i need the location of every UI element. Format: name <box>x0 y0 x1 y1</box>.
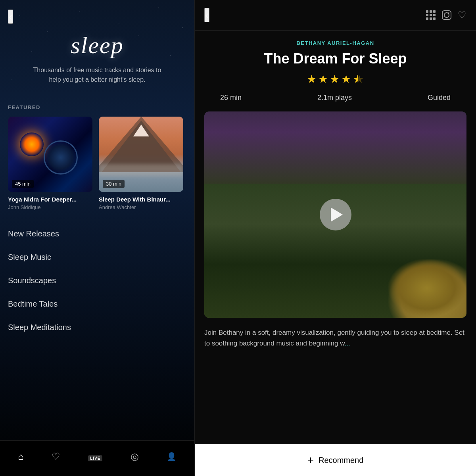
play-button[interactable] <box>320 199 351 230</box>
right-content: BETHANY AURIEL-HAGAN The Dream For Sleep… <box>195 31 476 444</box>
right-panel: ‹ ♡ BETHANY AU <box>194 0 476 476</box>
featured-cards: 45 min Yoga Nidra For Deeper... John Sid… <box>8 117 186 210</box>
profile-icon: 👤 <box>167 452 177 461</box>
left-tab-bar: ⌂ ♡ LIVE ◎ 👤 <box>0 440 194 476</box>
tab-favorites[interactable]: ♡ <box>45 448 67 465</box>
tab-profile[interactable]: 👤 <box>160 449 183 464</box>
track-thumbnail[interactable] <box>204 111 466 318</box>
grid-dot <box>430 17 432 20</box>
live-icon: LIVE <box>88 451 102 462</box>
nav-item-bedtime-tales[interactable]: Bedtime Tales <box>8 292 186 316</box>
card-1-image: 45 min <box>8 117 92 192</box>
featured-card-1[interactable]: 45 min Yoga Nidra For Deeper... John Sid… <box>8 117 92 210</box>
meta-plays-value: 2.1m plays <box>317 94 352 102</box>
meta-duration-value: 26 min <box>220 94 242 102</box>
nav-item-soundscapes[interactable]: Soundscapes <box>8 269 186 292</box>
grid-dot <box>426 10 428 13</box>
nav-item-new-releases[interactable]: New Releases <box>8 222 186 246</box>
left-back-button[interactable]: ‹ <box>8 10 13 24</box>
recommend-plus-icon: + <box>307 454 314 466</box>
description-text: Join Bethany in a soft, dreamy visualiza… <box>204 329 464 347</box>
instagram-icon[interactable] <box>442 10 451 20</box>
mountain-snow <box>133 125 149 136</box>
featured-card-2[interactable]: 30 min Sleep Deep With Binaur... Andrea … <box>99 117 183 210</box>
grid-dot <box>426 14 428 16</box>
grid-dot <box>430 10 432 13</box>
track-meta: 26 min 2.1m plays Guided <box>204 94 466 102</box>
featured-section: FEATURED 45 min Yoga Nidra For Deeper...… <box>0 92 194 210</box>
grid-dot <box>426 17 428 20</box>
right-back-button[interactable]: ‹ <box>204 8 209 22</box>
meta-type-value: Guided <box>428 94 451 102</box>
star-4: ★ <box>341 73 351 86</box>
star-3: ★ <box>330 73 340 86</box>
app-logo: sleep <box>12 32 182 59</box>
home-icon: ⌂ <box>18 451 24 462</box>
artist-name: BETHANY AURIEL-HAGAN <box>204 40 466 46</box>
left-header: sleep Thousands of free music tracks and… <box>0 0 194 92</box>
nav-item-sleep-music[interactable]: Sleep Music <box>8 246 186 269</box>
tab-home[interactable]: ⌂ <box>12 448 30 465</box>
heart-icon[interactable]: ♡ <box>458 10 466 21</box>
mountain-fog <box>99 164 183 176</box>
right-header: ‹ ♡ <box>195 0 476 31</box>
card-2-title: Sleep Deep With Binaur... <box>99 196 183 203</box>
track-title: The Dream For Sleep <box>204 50 466 67</box>
grid-dot <box>433 17 436 20</box>
star-2: ★ <box>318 73 328 86</box>
favorites-icon: ♡ <box>52 451 60 462</box>
description-more[interactable]: ... <box>344 340 350 347</box>
grid-dot <box>433 10 436 13</box>
card-2-author: Andrea Wachter <box>99 204 183 210</box>
meta-plays: 2.1m plays <box>317 94 352 102</box>
featured-label: FEATURED <box>8 104 186 110</box>
card-2-duration: 30 min <box>103 180 125 188</box>
recommend-bar[interactable]: + Recommend <box>195 444 476 476</box>
card-1-author: John Siddique <box>8 204 92 210</box>
meta-type: Guided <box>428 94 451 102</box>
yellow-flowers <box>387 258 466 318</box>
track-description: Join Bethany in a soft, dreamy visualiza… <box>204 327 466 349</box>
tab-live[interactable]: LIVE <box>82 448 109 465</box>
star-rating: ★ ★ ★ ★ ★ ★ <box>204 73 466 86</box>
right-header-icons: ♡ <box>426 10 466 21</box>
grid-dot <box>433 14 436 16</box>
nav-item-sleep-meditations[interactable]: Sleep Meditations <box>8 316 186 339</box>
play-triangle-icon <box>331 207 343 222</box>
card-1-duration: 45 min <box>12 180 34 188</box>
live-badge: LIVE <box>88 455 102 461</box>
meta-duration: 26 min <box>220 94 242 102</box>
discover-icon: ◎ <box>131 451 139 462</box>
grid-icon[interactable] <box>426 10 436 20</box>
nav-list: New Releases Sleep Music Soundscapes Bed… <box>0 210 194 440</box>
card-2-image: 30 min <box>99 117 183 192</box>
grid-icon-grid <box>426 10 436 20</box>
card-1-title: Yoga Nidra For Deeper... <box>8 196 92 203</box>
star-5-empty: ★ <box>354 73 364 86</box>
recommend-label: Recommend <box>319 456 363 465</box>
left-panel: ‹ sleep Thousands of free music tracks a… <box>0 0 194 476</box>
tab-discover[interactable]: ◎ <box>124 448 145 465</box>
app-subtitle: Thousands of free music tracks and stori… <box>30 65 165 84</box>
star-1: ★ <box>307 73 317 86</box>
grid-dot <box>430 14 432 16</box>
